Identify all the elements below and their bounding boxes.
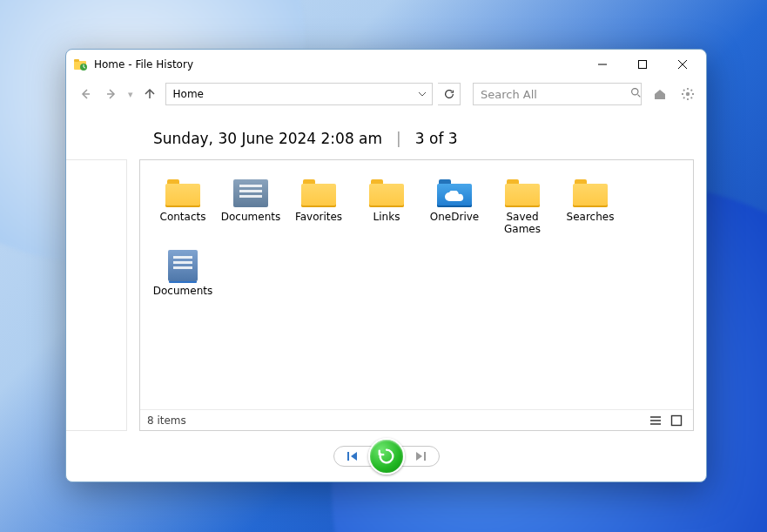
folder-icon [165,179,200,207]
close-button[interactable] [663,51,703,77]
folder-item-label: OneDrive [430,211,479,223]
search-input[interactable] [479,87,630,102]
folder-item[interactable]: Favorites [285,169,353,239]
version-controls [66,431,706,481]
large-icons-view-button[interactable] [667,411,686,430]
folder-pane: ContactsDocumentsFavoritesLinksOneDriveS… [139,159,694,431]
folder-grid[interactable]: ContactsDocumentsFavoritesLinksOneDriveS… [140,160,693,409]
folder-item-label: Saved Games [490,211,555,236]
refresh-button[interactable] [438,83,461,105]
folder-item[interactable]: Contacts [149,169,217,239]
search-box[interactable] [473,83,642,105]
documents-folder-icon [233,179,268,207]
onedrive-folder-icon [437,179,472,207]
restore-button[interactable] [368,438,405,475]
file-history-window: Home - File History ▾ Home [65,49,707,482]
maximize-button[interactable] [622,51,663,77]
folder-item[interactable]: Searches [556,169,624,239]
up-button[interactable] [139,84,160,104]
folder-item[interactable]: OneDrive [421,169,488,239]
details-view-button[interactable] [646,411,665,430]
address-dropdown-icon[interactable] [413,90,432,98]
forward-button[interactable] [101,84,122,104]
folder-icon [573,179,608,207]
svg-rect-3 [639,61,647,69]
folder-icon [369,179,404,207]
snapshot-timestamp: Sunday, 30 June 2024 2:08 am [153,130,382,147]
sidebar-panel [66,159,127,431]
titlebar: Home - File History [66,50,706,79]
svg-rect-1 [74,59,79,62]
navigation-toolbar: ▾ Home [66,79,706,114]
address-bar[interactable]: Home [165,83,433,105]
item-count: 8 items [147,414,186,427]
minimize-button[interactable] [582,51,622,77]
search-icon [630,87,642,101]
back-button[interactable] [75,84,96,104]
snapshot-header: Sunday, 30 June 2024 2:08 am | 3 of 3 [78,114,694,159]
folder-item[interactable]: Links [353,169,421,239]
history-dropdown-icon[interactable]: ▾ [127,89,134,100]
gear-icon[interactable] [678,84,697,104]
folder-item-label: Contacts [160,211,206,223]
separator: | [396,130,401,147]
address-text: Home [166,88,413,100]
folder-item-label: Links [373,211,400,223]
folder-icon [505,179,540,207]
home-icon[interactable] [650,84,669,104]
folder-item[interactable]: Documents [149,243,217,300]
folder-item[interactable]: Documents [217,169,285,239]
status-bar: 8 items [140,409,693,430]
folder-item-label: Documents [153,285,212,297]
snapshot-position: 3 of 3 [415,130,458,147]
svg-point-4 [632,89,638,95]
svg-point-5 [686,92,690,96]
app-icon [73,57,87,71]
folder-item-label: Documents [221,211,280,223]
content-area: Sunday, 30 June 2024 2:08 am | 3 of 3 Co… [66,114,706,431]
window-title: Home - File History [94,58,193,71]
folder-item-label: Favorites [295,211,342,223]
folder-icon [301,179,336,207]
svg-rect-6 [672,415,682,425]
documents-library-icon [168,250,198,281]
folder-item-label: Searches [567,211,615,223]
folder-item[interactable]: Saved Games [488,169,556,239]
